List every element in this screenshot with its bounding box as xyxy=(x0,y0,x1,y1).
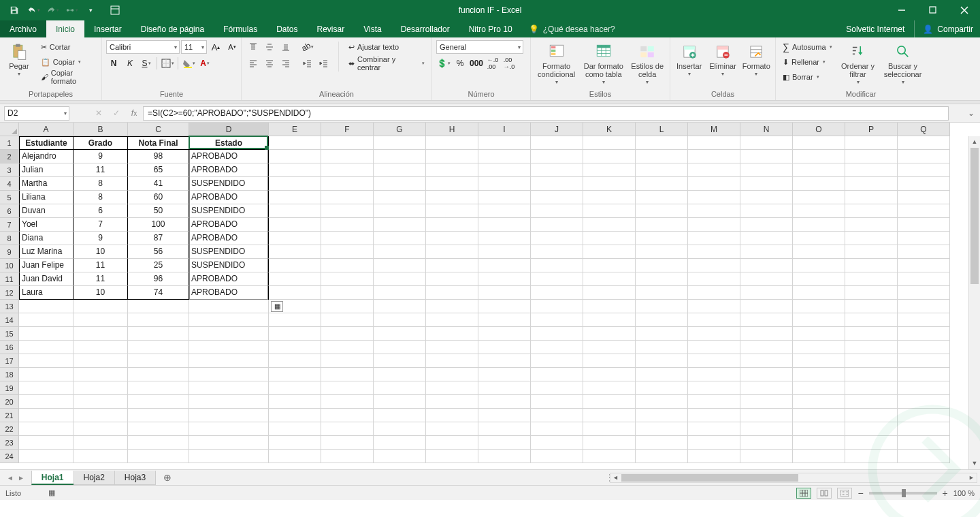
cell[interactable] xyxy=(478,177,531,191)
cell[interactable] xyxy=(128,409,189,422)
cell[interactable] xyxy=(426,395,478,409)
cut-button[interactable]: ✂Cortar xyxy=(38,40,97,54)
cell[interactable] xyxy=(898,272,950,286)
cell[interactable]: APROBADO xyxy=(189,191,269,204)
cell[interactable] xyxy=(478,191,531,204)
cell[interactable] xyxy=(898,327,950,341)
cell[interactable] xyxy=(531,177,583,191)
sheet-tab[interactable]: Hoja1 xyxy=(31,471,74,485)
cell[interactable] xyxy=(688,381,740,395)
cell[interactable] xyxy=(478,272,531,286)
cell[interactable] xyxy=(793,381,845,395)
cell[interactable] xyxy=(478,422,531,436)
cell[interactable] xyxy=(374,259,426,272)
cell[interactable] xyxy=(374,150,426,163)
cell[interactable] xyxy=(898,354,950,368)
row-header[interactable]: 21 xyxy=(0,409,19,422)
cell[interactable]: Laura xyxy=(19,286,74,300)
cell[interactable] xyxy=(321,341,374,354)
tab-revisar[interactable]: Revisar xyxy=(308,20,355,37)
zoom-slider[interactable] xyxy=(869,492,937,495)
row-header[interactable]: 9 xyxy=(0,245,19,259)
cell[interactable]: Diana xyxy=(19,232,74,245)
cell[interactable] xyxy=(898,286,950,300)
cell[interactable] xyxy=(636,422,688,436)
grow-font-icon[interactable]: A▴ xyxy=(208,40,223,54)
cell[interactable] xyxy=(321,204,374,218)
cell[interactable] xyxy=(478,327,531,341)
cell[interactable] xyxy=(74,354,128,368)
cell[interactable] xyxy=(19,450,74,463)
cell[interactable] xyxy=(688,218,740,232)
cell[interactable] xyxy=(688,422,740,436)
cell[interactable] xyxy=(189,354,269,368)
cell[interactable] xyxy=(128,327,189,341)
cell[interactable] xyxy=(636,272,688,286)
cell[interactable] xyxy=(740,272,793,286)
cell[interactable] xyxy=(583,300,636,313)
cell[interactable] xyxy=(793,300,845,313)
cell[interactable] xyxy=(531,341,583,354)
cell[interactable] xyxy=(688,450,740,463)
cell[interactable] xyxy=(128,436,189,450)
cell[interactable] xyxy=(269,245,321,259)
cell[interactable] xyxy=(374,272,426,286)
cell[interactable] xyxy=(269,163,321,177)
row-header[interactable]: 23 xyxy=(0,436,19,450)
cell[interactable] xyxy=(845,450,898,463)
cell[interactable] xyxy=(793,395,845,409)
expand-formula-bar-icon[interactable]: ⌄ xyxy=(965,108,977,118)
cell[interactable] xyxy=(845,422,898,436)
cell[interactable] xyxy=(321,395,374,409)
fill-color-button[interactable]: ▾ xyxy=(181,57,196,70)
cell[interactable] xyxy=(321,177,374,191)
cell[interactable] xyxy=(321,191,374,204)
cell[interactable] xyxy=(269,341,321,354)
cell[interactable] xyxy=(19,436,74,450)
cell[interactable] xyxy=(793,436,845,450)
cell[interactable] xyxy=(374,136,426,150)
cell[interactable] xyxy=(531,136,583,150)
row-header[interactable]: 6 xyxy=(0,204,19,218)
orientation-icon[interactable]: ab▾ xyxy=(300,40,315,54)
cell[interactable] xyxy=(898,368,950,381)
cell[interactable]: 41 xyxy=(128,177,189,191)
cell[interactable]: Estudiante xyxy=(19,136,74,150)
cell[interactable] xyxy=(321,381,374,395)
cell[interactable]: 98 xyxy=(128,150,189,163)
cell[interactable] xyxy=(189,300,269,313)
cell[interactable] xyxy=(636,354,688,368)
cell[interactable] xyxy=(74,409,128,422)
cell[interactable] xyxy=(583,368,636,381)
cell[interactable] xyxy=(321,368,374,381)
cell[interactable] xyxy=(128,368,189,381)
cell[interactable] xyxy=(845,245,898,259)
cell[interactable] xyxy=(269,177,321,191)
cell[interactable] xyxy=(426,177,478,191)
cell[interactable] xyxy=(531,436,583,450)
cell[interactable] xyxy=(426,450,478,463)
cell[interactable] xyxy=(793,177,845,191)
cell[interactable] xyxy=(478,300,531,313)
row-header[interactable]: 12 xyxy=(0,286,19,300)
maximize-button[interactable] xyxy=(917,0,949,20)
cell[interactable]: Yoel xyxy=(19,218,74,232)
cell[interactable] xyxy=(636,259,688,272)
cell[interactable] xyxy=(793,313,845,327)
cell[interactable] xyxy=(636,313,688,327)
touch-mode-icon[interactable]: ▾ xyxy=(63,2,80,18)
cell[interactable] xyxy=(189,368,269,381)
cell[interactable]: APROBADO xyxy=(189,232,269,245)
cell[interactable] xyxy=(845,300,898,313)
cell[interactable] xyxy=(321,354,374,368)
cell[interactable] xyxy=(583,354,636,368)
cell[interactable] xyxy=(688,354,740,368)
cell[interactable] xyxy=(321,272,374,286)
cell[interactable] xyxy=(898,450,950,463)
cell[interactable] xyxy=(374,177,426,191)
number-format-combo[interactable]: General▾ xyxy=(436,40,523,54)
cell[interactable] xyxy=(374,422,426,436)
sheet-tab[interactable]: Hoja2 xyxy=(74,471,115,485)
cell[interactable] xyxy=(793,150,845,163)
cell[interactable] xyxy=(426,354,478,368)
